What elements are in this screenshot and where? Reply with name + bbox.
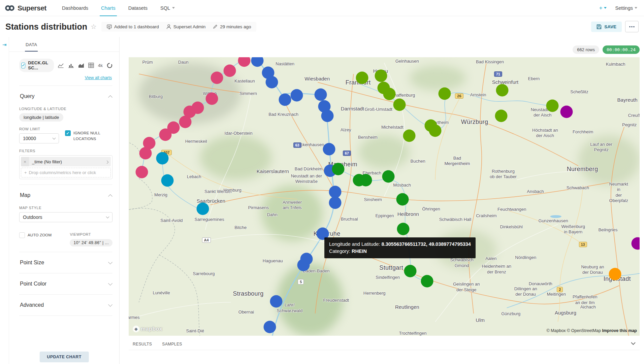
map-point-dgreen[interactable] [396, 193, 409, 205]
favorite-star-icon[interactable]: ☆ [91, 23, 97, 31]
owner-badge[interactable]: Superset Admin [166, 24, 205, 29]
road-shield: 13 [579, 242, 587, 247]
line-chart-icon[interactable] [58, 63, 64, 68]
improve-map-link[interactable]: Improve this map [602, 328, 637, 333]
table-icon[interactable] [88, 63, 94, 68]
map-point-blue[interactable] [279, 93, 291, 106]
map-city-label: Bad Kreuznach [268, 112, 298, 117]
map-point-cyan[interactable] [161, 174, 174, 187]
map-point-lgreen[interactable] [375, 70, 387, 82]
nav-item-sql[interactable]: SQL [155, 0, 180, 16]
dashboard-count-badge[interactable]: Added to 1 dashboard [107, 24, 159, 29]
map-point-dgreen[interactable] [404, 265, 416, 277]
map-point-pink[interactable] [139, 147, 152, 160]
map-point-lgreen[interactable] [429, 125, 442, 137]
map-point-dgreen[interactable] [332, 163, 344, 175]
map-point-dgreen[interactable] [397, 223, 409, 235]
view-all-charts-link[interactable]: View all charts [19, 75, 112, 80]
map-point-pink[interactable] [179, 115, 192, 128]
map-city-label: Neustadt an der Weinstraße [291, 173, 322, 184]
map-point-orange[interactable] [609, 268, 621, 280]
pie-chart-icon[interactable] [107, 63, 112, 68]
map-point-pink[interactable] [206, 93, 218, 105]
owner-label: Superset Admin [173, 24, 205, 29]
save-button[interactable]: SAVE [591, 22, 622, 32]
map-point-purple[interactable] [560, 106, 573, 118]
map-point-blue[interactable] [263, 321, 276, 333]
map-point-blue[interactable] [297, 259, 310, 271]
map-city-label: Trochtelfingen [399, 331, 426, 336]
last-modified-badge[interactable]: 29 minutes ago [213, 24, 251, 29]
nav-item-dashboards[interactable]: Dashboards [57, 0, 94, 16]
filter-chip-label: _time (No filter) [29, 159, 106, 164]
section-point-size[interactable]: Point Size [19, 258, 112, 268]
chevron-down-icon [106, 215, 109, 218]
ignore-null-checkbox[interactable]: ✓ [65, 130, 71, 136]
mapbox-attribution-link[interactable]: © Mapbox [546, 328, 566, 333]
map-point-dgreen[interactable] [421, 275, 433, 287]
map-city-label: Höchstadt an der Aisch [532, 128, 558, 139]
map-point-pink[interactable] [211, 72, 223, 84]
nav-item-charts[interactable]: Charts [96, 0, 121, 16]
map-city-label: Gelnhausen [395, 58, 419, 64]
collapse-results-icon[interactable] [631, 340, 636, 346]
filter-dropzone[interactable]: + Drop columns/metrics here or click [21, 168, 111, 177]
filter-chip-time[interactable]: × _time (No filter) [21, 157, 111, 166]
tab-data[interactable]: DATA [25, 37, 38, 52]
map-point-dgreen[interactable] [382, 170, 394, 183]
row-limit-select[interactable]: 10000 [19, 133, 59, 143]
map-point-lgreen[interactable] [496, 84, 508, 97]
map-point-cyan[interactable] [196, 202, 209, 215]
map-style-select[interactable]: Outdoors [19, 212, 112, 222]
map-city-label: Sarrebourg [193, 271, 215, 276]
map-point-lgreen[interactable] [438, 88, 451, 100]
map-point-blue[interactable] [321, 110, 334, 122]
viewport-value-pill[interactable]: 10° 24' 49.86" | ... [70, 239, 112, 246]
map-city-label: Bad Kissingen [476, 59, 504, 65]
map-point-cyan[interactable] [156, 152, 169, 165]
new-dropdown[interactable]: + [599, 5, 607, 11]
map-point-pink[interactable] [224, 64, 236, 77]
bar-chart-icon[interactable] [68, 63, 74, 68]
more-actions-button[interactable] [625, 21, 639, 32]
page-title: Stations distribution [5, 22, 87, 32]
osm-attribution-link[interactable]: © OpenStreetMap [567, 328, 601, 333]
map-point-blue[interactable] [270, 295, 283, 308]
superset-brand[interactable]: Superset [5, 4, 46, 12]
area-chart-icon[interactable] [78, 63, 84, 68]
map-point-lgreen[interactable] [383, 88, 395, 100]
section-map[interactable]: Map [19, 190, 112, 200]
map-point-lgreen[interactable] [356, 72, 368, 84]
mapbox-logo[interactable]: ◈ mapbox [133, 326, 162, 332]
map-point-lgreen[interactable] [495, 110, 507, 122]
map-point-dgreen[interactable] [359, 174, 372, 186]
map-point-lgreen[interactable] [403, 130, 415, 142]
map-point-pink[interactable] [159, 128, 172, 141]
viz-4k-label[interactable]: 4k [98, 63, 103, 68]
tab-results[interactable]: RESULTS [133, 342, 152, 346]
map-city-label: Schwabach [567, 185, 589, 191]
viz-type-chip[interactable]: ✓ DECK.GL SC... [19, 59, 54, 72]
map-point-blue[interactable] [329, 196, 341, 209]
update-chart-button[interactable]: UPDATE CHART [39, 352, 89, 362]
collapse-panel-icon[interactable]: ⇥ [2, 42, 7, 47]
remove-filter-icon[interactable]: × [21, 157, 29, 166]
section-query[interactable]: Query [19, 91, 112, 101]
viz-selected-check-icon: ✓ [21, 63, 25, 68]
map-point-lgreen[interactable] [393, 99, 406, 111]
section-advanced[interactable]: Advanced [19, 300, 112, 310]
map-point-pink[interactable] [136, 166, 148, 178]
settings-menu[interactable]: Settings [615, 5, 637, 11]
map-point-blue[interactable] [265, 76, 278, 88]
section-point-color[interactable]: Point Color [19, 279, 112, 289]
map-point-blue[interactable] [291, 89, 303, 102]
map-point-blue[interactable] [323, 143, 335, 155]
deckgl-map[interactable]: PrümDaunNastättenGelnhausenBad Kissingen… [129, 57, 640, 336]
map-point-lgreen[interactable] [546, 99, 558, 112]
tab-samples[interactable]: SAMPLES [162, 342, 182, 346]
map-point-blue[interactable] [315, 88, 327, 101]
nav-item-datasets[interactable]: Datasets [123, 0, 153, 16]
lonlat-value-pill[interactable]: longitude | latitude [19, 113, 63, 122]
auto-zoom-checkbox[interactable] [19, 232, 25, 238]
map-attribution: © Mapbox © OpenStreetMap Improve this ma… [546, 328, 637, 333]
